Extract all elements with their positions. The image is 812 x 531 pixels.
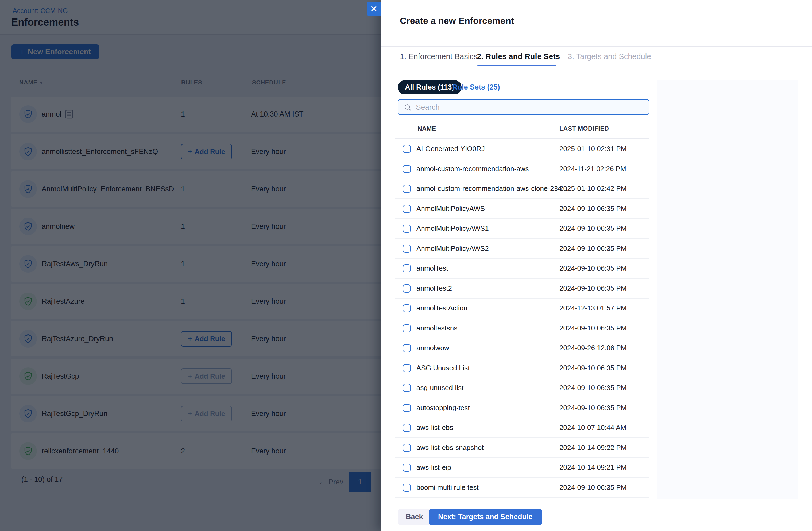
- rule-list-item[interactable]: ASG Unused List2024-09-10 06:35 PM: [395, 358, 649, 378]
- rule-name: anmolTest: [417, 259, 448, 278]
- rule-name: anmoltestsns: [417, 318, 457, 338]
- rule-last-modified: 2024-09-10 06:35 PM: [560, 478, 627, 497]
- rule-list-item[interactable]: autostopping-test2024-09-10 06:35 PM: [395, 398, 649, 418]
- back-button[interactable]: Back: [398, 509, 431, 525]
- rule-checkbox[interactable]: [403, 464, 411, 472]
- search-input[interactable]: [416, 100, 646, 114]
- active-tab-underline: [477, 65, 556, 66]
- rule-checkbox[interactable]: [403, 324, 411, 332]
- rule-name: AnmolMultiPolicyAWS2: [417, 239, 489, 258]
- rule-last-modified: 2024-09-10 06:35 PM: [560, 398, 627, 418]
- rule-last-modified: 2024-09-10 06:35 PM: [560, 199, 627, 218]
- rule-last-modified: 2024-11-21 02:26 PM: [560, 159, 626, 178]
- rule-name: AnmolMultiPolicyAWS: [417, 199, 485, 218]
- rule-checkbox[interactable]: [403, 364, 411, 372]
- rule-name: anmol-custom-recommendation-aws-clone-23…: [417, 179, 567, 198]
- tab-rules-and-rule-sets[interactable]: 2. Rules and Rule Sets: [477, 46, 560, 66]
- rule-last-modified: 2024-09-10 06:35 PM: [560, 259, 627, 278]
- rule-name: aws-list-ebs: [417, 418, 453, 437]
- rule-checkbox[interactable]: [403, 245, 411, 253]
- rule-checkbox[interactable]: [403, 404, 411, 412]
- rule-checkbox[interactable]: [403, 264, 411, 272]
- rule-checkbox[interactable]: [403, 165, 411, 173]
- rule-name: anmolTestAction: [417, 298, 467, 318]
- tab-targets-and-schedule: 3. Targets and Schedule: [568, 46, 651, 66]
- rule-name: AI-Generated-YIO0RJ: [417, 139, 485, 159]
- rule-name: AnmolMultiPolicyAWS1: [417, 219, 489, 238]
- rule-list-item[interactable]: AnmolMultiPolicyAWS22024-09-10 06:35 PM: [395, 239, 649, 259]
- rule-last-modified: 2025-01-10 02:42 PM: [560, 179, 627, 198]
- rule-checkbox[interactable]: [403, 444, 411, 452]
- rule-last-modified: 2024-09-10 06:35 PM: [560, 318, 627, 338]
- rule-checkbox[interactable]: [403, 304, 411, 312]
- drawer-title: Create a new Enforcement: [400, 15, 514, 26]
- rule-list-item[interactable]: anmolTest22024-09-10 06:35 PM: [395, 278, 649, 299]
- tab-enforcement-basics[interactable]: 1. Enforcement Basics: [400, 46, 477, 66]
- rule-name: anmol-custom-recommendation-aws: [417, 159, 529, 178]
- rule-last-modified: 2024-10-07 10:44 AM: [560, 418, 626, 437]
- rule-list-item[interactable]: boomi multi rule test2024-09-10 06:35 PM: [395, 478, 649, 498]
- rule-last-modified: 2024-09-10 06:35 PM: [560, 219, 627, 238]
- rules-list-header-name: NAME: [418, 125, 436, 132]
- rule-checkbox[interactable]: [403, 185, 411, 193]
- next-targets-and-schedule-button[interactable]: Next: Targets and Schedule: [429, 509, 542, 525]
- search-icon: [404, 103, 412, 113]
- rule-last-modified: 2024-10-14 09:21 PM: [560, 458, 627, 477]
- rule-name: aws-list-ebs-snapshot: [417, 438, 483, 458]
- rule-checkbox[interactable]: [403, 384, 411, 392]
- rule-last-modified: 2024-09-26 12:06 PM: [560, 338, 627, 358]
- rule-checkbox[interactable]: [403, 285, 411, 292]
- rule-last-modified: 2024-09-10 06:35 PM: [560, 239, 627, 258]
- filter-rule-sets[interactable]: Rule Sets (25): [452, 80, 500, 95]
- create-enforcement-drawer: Create a new Enforcement 1. Enforcement …: [381, 0, 812, 531]
- rule-list-item[interactable]: anmoltestsns2024-09-10 06:35 PM: [395, 318, 649, 339]
- rule-last-modified: 2024-12-13 01:57 PM: [560, 298, 627, 318]
- rule-name: asg-unused-list: [417, 378, 463, 398]
- rule-checkbox[interactable]: [403, 205, 411, 213]
- rule-list-item[interactable]: aws-list-ebs-snapshot2024-10-14 09:22 PM: [395, 438, 649, 458]
- rule-list-item[interactable]: anmolwow2024-09-26 12:06 PM: [395, 338, 649, 358]
- rule-list-item[interactable]: anmol-custom-recommendation-aws-clone-23…: [395, 179, 649, 199]
- rule-checkbox[interactable]: [403, 484, 411, 492]
- rule-list-item[interactable]: aws-list-eip2024-10-14 09:21 PM: [395, 458, 649, 478]
- rule-list-item[interactable]: AnmolMultiPolicyAWS2024-09-10 06:35 PM: [395, 199, 649, 219]
- rule-name: anmolTest2: [417, 278, 452, 298]
- rule-last-modified: 2024-09-10 06:35 PM: [560, 378, 627, 398]
- rule-last-modified: 2024-09-10 06:35 PM: [560, 358, 627, 378]
- rule-list-item[interactable]: asg-unused-list2024-09-10 06:35 PM: [395, 378, 649, 398]
- rule-name: aws-list-eip: [417, 458, 451, 477]
- close-icon[interactable]: ✕: [367, 2, 381, 16]
- rule-list-item[interactable]: AI-Generated-YIO0RJ2025-01-10 02:31 PM: [395, 139, 649, 159]
- rules-list-header-last-modified: LAST MODIFIED: [560, 125, 609, 132]
- rule-list-item[interactable]: anmolTestAction2024-12-13 01:57 PM: [395, 298, 649, 318]
- rule-name: autostopping-test: [417, 398, 469, 418]
- wizard-steps-bar: 1. Enforcement Basics 2. Rules and Rule …: [381, 46, 812, 66]
- rule-list-item[interactable]: anmol-custom-recommendation-aws2024-11-2…: [395, 159, 649, 179]
- rule-checkbox[interactable]: [403, 424, 411, 432]
- rule-last-modified: 2024-10-14 09:22 PM: [560, 438, 627, 458]
- search-box: [398, 99, 649, 115]
- selected-rules-panel: [657, 80, 798, 500]
- rule-list-item[interactable]: aws-list-ebs2024-10-07 10:44 AM: [395, 418, 649, 438]
- rule-checkbox[interactable]: [403, 145, 411, 153]
- text-cursor: [415, 103, 415, 112]
- rule-last-modified: 2024-09-10 06:35 PM: [560, 278, 627, 298]
- filter-all-rules[interactable]: All Rules (113): [398, 80, 462, 95]
- rule-checkbox[interactable]: [403, 225, 411, 233]
- rule-name: boomi multi rule test: [417, 478, 479, 497]
- rule-list-item[interactable]: anmolTest2024-09-10 06:35 PM: [395, 259, 649, 278]
- rule-last-modified: 2025-01-10 02:31 PM: [560, 139, 627, 159]
- rule-name: ASG Unused List: [417, 358, 469, 378]
- rule-name: anmolwow: [417, 338, 449, 358]
- rule-list-item[interactable]: AnmolMultiPolicyAWS12024-09-10 06:35 PM: [395, 219, 649, 239]
- rule-checkbox[interactable]: [403, 344, 411, 352]
